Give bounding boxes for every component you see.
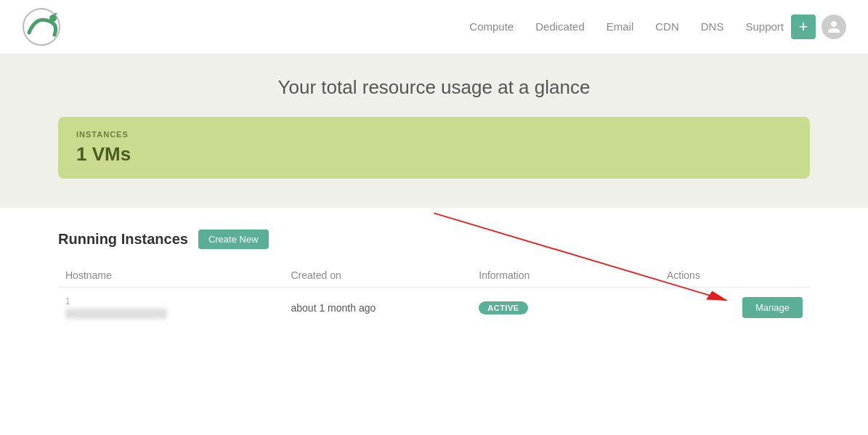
status-badge: ACTIVE <box>479 301 527 314</box>
instances-summary-card: INSTANCES 1 VMs <box>58 117 810 179</box>
instances-card-label: INSTANCES <box>76 130 792 139</box>
add-resource-button[interactable]: + <box>791 15 816 39</box>
logo-area <box>22 7 62 47</box>
user-account-button[interactable] <box>822 15 846 39</box>
nav-item-support[interactable]: Support <box>745 20 784 33</box>
hero-title: Your total resource usage at a glance <box>58 76 810 99</box>
table-header: Hostname Created on Information Actions <box>58 264 810 288</box>
nav-list: Compute Dedicated Email CDN DNS Support <box>469 20 784 33</box>
nav-item-dns[interactable]: DNS <box>701 20 724 33</box>
running-instances-title: Running Instances <box>58 231 188 248</box>
col-header-information: Information <box>471 264 660 288</box>
table-row: 1 about 1 month ago ACTIVE Manage <box>58 288 810 328</box>
cell-hostname: 1 <box>58 288 284 328</box>
col-header-actions: Actions <box>660 264 810 288</box>
row-number: 1 <box>65 296 277 306</box>
cell-actions: Manage <box>660 288 810 328</box>
instances-card-value: 1 VMs <box>76 143 792 166</box>
instances-table: Hostname Created on Information Actions … <box>58 264 810 328</box>
manage-button[interactable]: Manage <box>742 297 803 318</box>
nav-item-email[interactable]: Email <box>607 20 634 33</box>
table-body: 1 about 1 month ago ACTIVE Manage <box>58 288 810 328</box>
hero-section: Your total resource usage at a glance IN… <box>0 54 868 208</box>
col-header-created: Created on <box>284 264 472 288</box>
hostname-blurred <box>65 309 167 319</box>
create-new-button[interactable]: Create New <box>198 229 269 249</box>
nav-item-cdn[interactable]: CDN <box>655 20 679 33</box>
nav-item-dedicated[interactable]: Dedicated <box>535 20 585 33</box>
cell-created: about 1 month ago <box>284 288 472 328</box>
nav-item-compute[interactable]: Compute <box>469 20 514 33</box>
logo-icon <box>22 7 62 47</box>
main-nav: Compute Dedicated Email CDN DNS Support <box>469 20 784 33</box>
user-icon <box>827 20 841 34</box>
hostname-container: 1 <box>65 296 277 319</box>
section-header: Running Instances Create New <box>58 229 810 249</box>
table-header-row: Hostname Created on Information Actions <box>58 264 810 288</box>
col-header-hostname: Hostname <box>58 264 284 288</box>
main-content: Running Instances Create New Hostname Cr… <box>0 208 868 349</box>
cell-information: ACTIVE <box>471 288 660 328</box>
header: Compute Dedicated Email CDN DNS Support … <box>0 0 868 54</box>
